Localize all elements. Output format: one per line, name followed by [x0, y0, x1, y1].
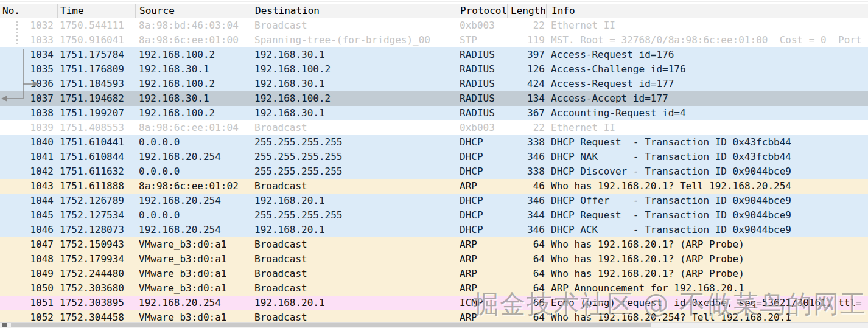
column-header-protocol[interactable]: Protocol [457, 4, 507, 18]
cell-length: 64 [507, 237, 546, 252]
cell-destination: 192.168.20.1 [251, 223, 457, 237]
cell-protocol: RADIUS [457, 91, 507, 106]
cell-protocol: STP [457, 33, 507, 47]
cell-source: 192.168.100.2 [135, 106, 251, 120]
cell-source: 192.168.30.1 [135, 62, 251, 77]
packet-row[interactable]: 10481752.179934VMware_b3:d0:a1BroadcastA… [0, 252, 868, 267]
cell-source: 0.0.0.0 [135, 135, 251, 150]
cell-protocol: DHCP [457, 223, 507, 237]
cell-source: 0.0.0.0 [135, 208, 251, 223]
packet-row[interactable]: 10341751.175784192.168.100.2192.168.30.1… [0, 47, 868, 62]
cell-no: 1040 [0, 135, 57, 150]
cell-info: Ethernet II [546, 120, 868, 135]
cell-info: Ethernet II [546, 18, 868, 33]
cell-length: 22 [507, 120, 546, 135]
packet-row[interactable]: 10491752.244480VMware_b3:d0:a1BroadcastA… [0, 267, 868, 281]
cell-no: 1050 [0, 281, 57, 296]
column-header-source[interactable]: Source [135, 4, 251, 18]
cell-destination: Broadcast [251, 281, 457, 296]
cell-no: 1044 [0, 194, 57, 208]
cell-info: Access-Request id=177 [546, 77, 868, 91]
packet-row[interactable]: 10351751.176809192.168.30.1192.168.100.2… [0, 62, 868, 77]
cell-protocol: 0xb003 [457, 120, 507, 135]
cell-protocol: DHCP [457, 150, 507, 164]
cell-length: 134 [507, 91, 546, 106]
packet-row[interactable]: 10411751.610844192.168.20.254255.255.255… [0, 150, 868, 164]
cell-no: 1036 [0, 77, 57, 91]
cell-destination: 192.168.30.1 [251, 77, 457, 91]
cell-info: Access-Challenge id=176 [546, 62, 868, 77]
cell-destination: Broadcast [251, 120, 457, 135]
cell-info: Who has 192.168.20.1? (ARP Probe) [546, 267, 868, 281]
cell-time: 1752.126789 [57, 194, 135, 208]
cell-no: 1046 [0, 223, 57, 237]
packet-row[interactable]: 10391751.4085538a:98:6c:ee:01:04Broadcas… [0, 120, 868, 135]
cell-no: 1032 [0, 18, 57, 33]
cell-length: 346 [507, 194, 546, 208]
packet-row[interactable]: 10331750.9160418a:98:6c:ee:01:00Spanning… [0, 33, 868, 47]
horizontal-scrollbar[interactable] [0, 322, 868, 328]
cell-time: 1752.150943 [57, 237, 135, 252]
cell-source: 8a:98:6c:ee:01:00 [135, 33, 251, 47]
packet-row[interactable]: 10451752.1275340.0.0.0255.255.255.255DHC… [0, 208, 868, 223]
cell-length: 46 [507, 179, 546, 194]
cell-info: DHCP ACK - Transaction ID 0x9044bce9 [546, 223, 868, 237]
column-header-length[interactable]: Length [507, 4, 546, 18]
cell-no: 1041 [0, 150, 57, 164]
horizontal-scrollbar-thumb[interactable] [11, 323, 651, 327]
cell-protocol: ARP [457, 179, 507, 194]
cell-time: 1752.244480 [57, 267, 135, 281]
cell-no: 1039 [0, 120, 57, 135]
cell-source: VMware_b3:d0:a1 [135, 281, 251, 296]
cell-destination: 192.168.30.1 [251, 47, 457, 62]
cell-time: 1751.199207 [57, 106, 135, 120]
cell-time: 1751.611888 [57, 179, 135, 194]
cell-length: 338 [507, 135, 546, 150]
cell-length: 126 [507, 62, 546, 77]
cell-protocol: RADIUS [457, 62, 507, 77]
cell-time: 1751.175784 [57, 47, 135, 62]
cell-length: 367 [507, 106, 546, 120]
cell-length: 64 [507, 252, 546, 267]
cell-info: Accounting-Request id=4 [546, 106, 868, 120]
packet-row[interactable]: 10461752.128073192.168.20.254192.168.20.… [0, 223, 868, 237]
cell-destination: Broadcast [251, 18, 457, 33]
cell-no: 1051 [0, 296, 57, 310]
cell-destination: Broadcast [251, 252, 457, 267]
cell-destination: Broadcast [251, 179, 457, 194]
cell-time: 1752.128073 [57, 223, 135, 237]
packet-row[interactable]: 10471752.150943VMware_b3:d0:a1BroadcastA… [0, 237, 868, 252]
packet-row[interactable]: 10371751.194682192.168.30.1192.168.100.2… [0, 91, 868, 106]
cell-info: Who has 192.168.20.1? Tell 192.168.20.25… [546, 179, 868, 194]
cell-protocol: DHCP [457, 194, 507, 208]
cell-destination: 192.168.100.2 [251, 91, 457, 106]
cell-destination: 192.168.100.2 [251, 62, 457, 77]
cell-protocol: DHCP [457, 208, 507, 223]
packet-row[interactable]: 10401751.6104410.0.0.0255.255.255.255DHC… [0, 135, 868, 150]
packet-row[interactable]: 10441752.126789192.168.20.254192.168.20.… [0, 194, 868, 208]
column-header-time[interactable]: Time [57, 4, 135, 18]
packet-row[interactable]: 10361751.184593192.168.100.2192.168.30.1… [0, 77, 868, 91]
column-header-no[interactable]: No. [0, 4, 57, 18]
cell-time: 1750.544111 [57, 18, 135, 33]
cell-source: 192.168.20.254 [135, 223, 251, 237]
packet-row[interactable]: 10381751.199207192.168.100.2192.168.30.1… [0, 106, 868, 120]
cell-no: 1042 [0, 164, 57, 179]
cell-time: 1751.610844 [57, 150, 135, 164]
packet-row[interactable]: 10321750.5441118a:98:bd:46:03:04Broadcas… [0, 18, 868, 33]
column-header-info[interactable]: Info [546, 4, 868, 18]
packet-row[interactable]: 10421751.6116320.0.0.0255.255.255.255DHC… [0, 164, 868, 179]
cell-time: 1752.179934 [57, 252, 135, 267]
cell-length: 22 [507, 18, 546, 33]
cell-source: VMware_b3:d0:a1 [135, 252, 251, 267]
cell-time: 1751.184593 [57, 77, 135, 91]
column-header-destination[interactable]: Destination [251, 4, 457, 18]
cell-time: 1751.176809 [57, 62, 135, 77]
packet-row[interactable]: 10431751.6118888a:98:6c:ee:01:02Broadcas… [0, 179, 868, 194]
cell-source: 192.168.30.1 [135, 91, 251, 106]
cell-info: Who has 192.168.20.1? (ARP Probe) [546, 237, 868, 252]
cell-source: 192.168.20.254 [135, 194, 251, 208]
cell-no: 1048 [0, 252, 57, 267]
cell-protocol: DHCP [457, 164, 507, 179]
cell-destination: Spanning-tree-(for-bridges)_00 [251, 33, 457, 47]
